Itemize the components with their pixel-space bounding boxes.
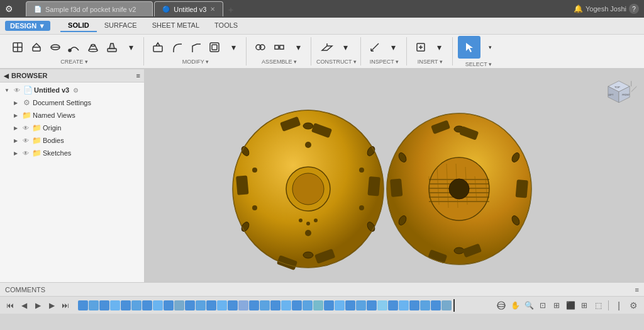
timeline-item[interactable] [356, 300, 366, 310]
more-inspect-icon[interactable]: ▾ [385, 38, 402, 56]
timeline-item[interactable] [110, 300, 120, 310]
display-settings-icon[interactable]: ⬛ [564, 299, 577, 312]
tab-solid[interactable]: SOLID [60, 20, 97, 32]
new-tab-button[interactable]: ＋ [225, 4, 237, 16]
loft-icon[interactable] [84, 38, 102, 56]
timeline-item[interactable] [78, 300, 88, 310]
timeline-item[interactable] [131, 300, 142, 310]
timeline-item[interactable] [185, 300, 195, 310]
press-pull-icon[interactable] [149, 38, 167, 56]
timeline-item[interactable] [249, 300, 259, 310]
tree-item-named-views[interactable]: ▶ 📁 Named Views [0, 109, 144, 122]
timeline-item[interactable] [324, 300, 334, 310]
browser-collapse-icon[interactable]: ◀ [4, 72, 9, 79]
tab-tools[interactable]: TOOLS [207, 20, 245, 32]
next-end-icon[interactable]: ⏭ [59, 299, 72, 312]
timeline-item[interactable] [142, 300, 152, 310]
revolve-icon[interactable] [47, 38, 64, 56]
select-dropdown[interactable]: ▾ [482, 38, 499, 56]
orbit-icon[interactable] [495, 299, 508, 312]
shell-icon[interactable] [206, 38, 223, 56]
tab-sample-close[interactable]: ✕ [140, 6, 145, 13]
tree-eye-root[interactable]: 👁 [13, 86, 21, 94]
timeline-item[interactable] [121, 300, 131, 310]
fillet-icon[interactable] [168, 38, 186, 56]
tab-surface[interactable]: SURFACE [97, 20, 145, 32]
timeline-item[interactable] [174, 300, 184, 310]
timeline-item[interactable] [217, 300, 227, 310]
comments-expand[interactable]: ≡ [635, 286, 639, 293]
viewcube[interactable]: TOP LEFT FRONT [600, 76, 638, 113]
insert-icon[interactable] [412, 38, 430, 56]
timeline-item[interactable] [441, 300, 452, 310]
help-button[interactable]: ? [629, 4, 639, 14]
more-modify-icon[interactable]: ▾ [225, 38, 242, 56]
timeline-item[interactable] [164, 300, 174, 310]
design-button[interactable]: DESIGN ▼ [5, 21, 50, 31]
fit-icon[interactable]: ⊡ [536, 299, 549, 312]
chamfer-icon[interactable] [187, 38, 204, 56]
timeline-item[interactable] [313, 300, 323, 310]
zoom-window-icon[interactable]: ⊞ [550, 299, 563, 312]
timeline-item[interactable] [206, 300, 216, 310]
timeline-item[interactable] [89, 300, 99, 310]
timeline-item[interactable] [238, 300, 248, 310]
rib-icon[interactable] [103, 38, 121, 56]
timeline-item[interactable] [409, 300, 419, 310]
tree-item-bodies[interactable]: ▶ 👁 📁 Bodies [0, 134, 144, 147]
tree-eye-origin[interactable]: 👁 [21, 123, 30, 132]
timeline-item[interactable] [292, 300, 302, 310]
tree-eye-sketches[interactable]: 👁 [21, 149, 30, 157]
minimize-icon[interactable]: 🔔 [574, 4, 583, 13]
grid-icon[interactable]: ⊞ [578, 299, 591, 312]
tab-sheet-metal[interactable]: SHEET METAL [145, 20, 207, 32]
timeline-item[interactable] [399, 300, 409, 310]
prev-start-icon[interactable]: ⏮ [4, 299, 16, 312]
tab-untitled-close[interactable]: ✕ [210, 6, 215, 13]
timeline-item[interactable] [260, 300, 270, 310]
timeline-item[interactable] [335, 300, 345, 310]
tree-item-root[interactable]: ▼ 👁 📄 Untitled v3 ⚙ [0, 84, 144, 96]
browser-menu-icon[interactable]: ≡ [136, 72, 140, 79]
timeline-item[interactable] [377, 300, 387, 310]
tab-sample[interactable]: 📄 Sample f3d of pocket knife v2 ✕ [26, 1, 153, 16]
timeline-item[interactable] [270, 300, 280, 310]
joint-icon[interactable] [252, 38, 269, 56]
tab-untitled[interactable]: 🔵 Untitled v3 ✕ [154, 1, 223, 16]
more-create-icon[interactable]: ▾ [122, 38, 140, 56]
timeline-item[interactable] [420, 300, 430, 310]
extrude-icon[interactable] [28, 38, 45, 56]
play-icon[interactable]: ▶ [31, 299, 44, 312]
select-icon[interactable] [458, 36, 480, 59]
timeline-item[interactable] [431, 300, 441, 310]
timeline-item[interactable] [153, 300, 163, 310]
timeline-item[interactable] [228, 300, 238, 310]
more-assemble-icon[interactable]: ▾ [289, 38, 307, 56]
zoom-icon[interactable]: 🔍 [523, 299, 535, 312]
timeline-item[interactable] [196, 300, 206, 310]
tree-item-origin[interactable]: ▶ 👁 📁 Origin [0, 122, 144, 134]
timeline-item[interactable] [281, 300, 291, 310]
more-insert-icon[interactable]: ▾ [431, 38, 448, 56]
prev-icon[interactable]: ◀ [18, 299, 30, 312]
tree-item-sketches[interactable]: ▶ 👁 📁 Sketches [0, 147, 144, 159]
sweep-icon[interactable] [65, 38, 83, 56]
timeline-item[interactable] [99, 300, 109, 310]
next-icon[interactable]: ▶ [45, 299, 58, 312]
view-settings-icon[interactable]: ⬚ [592, 299, 604, 312]
timeline-item[interactable] [303, 300, 313, 310]
timeline-item[interactable] [388, 300, 398, 310]
timeline-item[interactable] [345, 300, 355, 310]
tree-settings-icon[interactable]: ⚙ [73, 87, 79, 94]
more-construct-icon[interactable]: ▾ [337, 38, 355, 56]
viewport[interactable]: TOP LEFT FRONT [145, 69, 644, 282]
timeline-item[interactable] [367, 300, 377, 310]
measure-icon[interactable] [366, 38, 384, 56]
as-built-icon[interactable] [270, 38, 288, 56]
tree-item-doc-settings[interactable]: ▶ ⚙ Document Settings [0, 96, 144, 109]
tree-eye-bodies[interactable]: 👁 [21, 136, 30, 145]
new-body-icon[interactable] [9, 38, 26, 56]
bottom-settings-icon[interactable]: ⚙ [626, 299, 640, 312]
pan-icon[interactable]: ✋ [509, 299, 521, 312]
offset-plane-icon[interactable] [318, 38, 336, 56]
